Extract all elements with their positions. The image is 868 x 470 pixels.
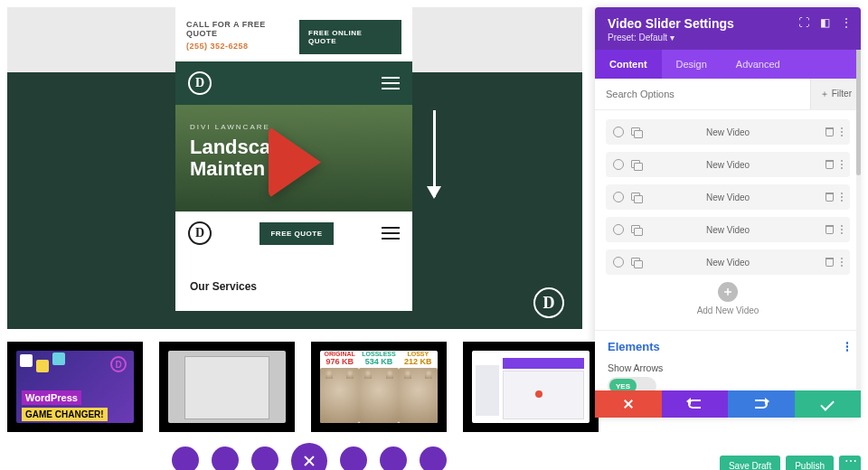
video-item[interactable]: New Video [606, 184, 850, 210]
undo-button[interactable] [662, 390, 729, 418]
search-input[interactable] [595, 79, 810, 109]
duplicate-icon[interactable] [631, 127, 642, 136]
save-draft-button[interactable]: Save Draft [720, 456, 780, 470]
mock-topbar: CALL FOR A FREE QUOTE (255) 352-6258 FRE… [175, 7, 412, 61]
trash-icon[interactable] [826, 127, 834, 136]
phone-number: (255) 352-6258 [186, 42, 299, 51]
thumbnail-1[interactable]: D WordPress GAME CHANGER! [7, 342, 143, 432]
redo-button[interactable] [728, 390, 795, 418]
trash-icon[interactable] [826, 258, 834, 267]
panel-header: Video Slider Settings Preset: Default ▾ … [595, 7, 861, 50]
hamburger-icon [382, 227, 400, 240]
video-item[interactable]: New Video [606, 217, 850, 242]
duplicate-icon[interactable] [631, 225, 642, 234]
elements-heading: Elements [608, 340, 660, 353]
gear-icon[interactable] [613, 127, 624, 137]
free-quote-button: FREE QUOTE [259, 222, 333, 245]
toolbar-button[interactable] [380, 446, 407, 470]
discard-button[interactable] [595, 390, 662, 418]
duplicate-icon[interactable] [631, 160, 642, 169]
add-video-button[interactable]: ＋ [718, 282, 738, 302]
builder-canvas: CALL FOR A FREE QUOTE (255) 352-6258 FRE… [0, 0, 590, 470]
toolbar-button[interactable] [172, 446, 199, 470]
toolbar-button[interactable] [251, 446, 278, 470]
snap-icon[interactable]: ◧ [820, 16, 830, 29]
divi-logo-icon: D [188, 221, 212, 245]
video-list: 1 New Video New Video New Video New Vide… [595, 110, 861, 330]
thumb1-text1: WordPress [22, 390, 81, 405]
call-label: CALL FOR A FREE QUOTE [186, 20, 299, 38]
thumbnail-4[interactable] [463, 342, 599, 432]
gear-icon[interactable] [613, 192, 624, 202]
toolbar-button[interactable] [340, 446, 367, 470]
more-icon[interactable] [841, 160, 844, 170]
video-slider-preview[interactable]: CALL FOR A FREE QUOTE (255) 352-6258 FRE… [7, 7, 582, 329]
thumb1-text2: GAME CHANGER! [22, 408, 108, 421]
page-more-button[interactable] [839, 456, 861, 470]
trash-icon[interactable] [826, 160, 834, 169]
toolbar-button[interactable] [212, 446, 239, 470]
publish-button[interactable]: Publish [786, 456, 834, 470]
gear-icon[interactable] [613, 159, 624, 170]
play-icon[interactable] [269, 127, 321, 199]
down-arrow-icon [433, 110, 436, 197]
trash-icon[interactable] [826, 225, 834, 234]
settings-tabs: Content Design Advanced [595, 50, 861, 79]
video-thumbnails: D WordPress GAME CHANGER! ORIGINAL976 KB… [7, 342, 586, 432]
close-toolbar-button[interactable] [291, 443, 327, 470]
gear-icon[interactable] [613, 224, 624, 235]
undo-icon [688, 400, 701, 409]
more-icon[interactable] [841, 127, 844, 137]
tab-design[interactable]: Design [662, 50, 722, 79]
more-icon[interactable] [846, 342, 849, 352]
video-item-label: New Video [706, 193, 750, 202]
page-actions: Save Draft Publish [720, 456, 861, 470]
video-item[interactable]: New Video [606, 249, 850, 275]
more-icon[interactable] [841, 258, 844, 268]
video-item-label: New Video [706, 225, 750, 235]
more-icon[interactable] [841, 225, 844, 235]
save-button[interactable] [795, 390, 862, 418]
thumbnail-2[interactable] [159, 342, 295, 432]
video-item[interactable]: New Video [606, 152, 850, 177]
duplicate-icon[interactable] [631, 193, 642, 202]
preset-dropdown[interactable]: Preset: Default ▾ [608, 33, 848, 42]
video-item-label: New Video [706, 258, 750, 268]
module-toolbar [172, 446, 447, 470]
expand-icon[interactable]: ⛶ [798, 16, 809, 29]
filter-button[interactable]: ＋ Filter [810, 79, 861, 109]
add-video-label: Add New Video [606, 306, 850, 315]
duplicate-icon[interactable] [631, 258, 642, 267]
show-arrows-label: Show Arrows [608, 362, 848, 373]
settings-panel: Video Slider Settings Preset: Default ▾ … [595, 7, 861, 418]
tab-advanced[interactable]: Advanced [722, 50, 795, 79]
our-services-heading: Our Services [175, 255, 412, 311]
video-item-label: New Video [706, 127, 750, 137]
gear-icon[interactable] [613, 257, 624, 268]
panel-action-bar [595, 390, 861, 418]
video-item[interactable]: New Video [606, 119, 850, 145]
mock-nav-secondary: D FREE QUOTE [175, 212, 412, 255]
hamburger-icon [382, 77, 400, 89]
trash-icon[interactable] [826, 193, 834, 202]
redo-icon [755, 400, 768, 409]
mock-nav-primary: D [175, 61, 412, 105]
free-online-quote-button: FREE ONLINE QUOTE [299, 20, 401, 54]
toolbar-button[interactable] [420, 446, 447, 470]
search-bar: ＋ Filter [595, 79, 861, 110]
video-item-label: New Video [706, 160, 750, 170]
corner-logo: D [533, 287, 564, 318]
tab-content[interactable]: Content [595, 50, 662, 79]
divi-logo-icon: D [188, 71, 212, 95]
close-icon [623, 399, 634, 409]
more-icon[interactable] [841, 193, 844, 202]
check-icon [820, 397, 835, 411]
thumbnail-3[interactable]: ORIGINAL976 KB LOSSLESS534 KB LOSSY212 K… [311, 342, 447, 432]
more-icon[interactable]: ⋮ [841, 16, 852, 29]
divi-logo-icon: D [110, 356, 127, 372]
